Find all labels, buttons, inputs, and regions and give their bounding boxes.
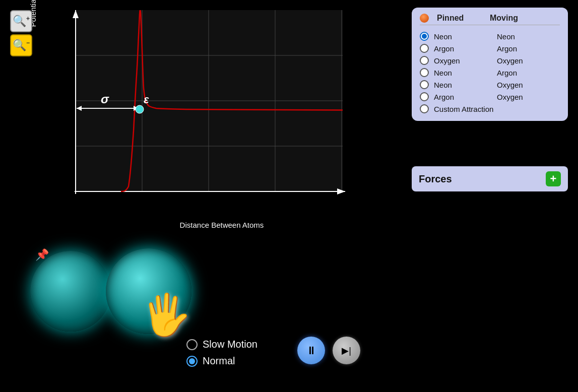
step-icon: ▶| [342,345,351,356]
pause-icon: ⏸ [306,344,317,357]
atom-option-argon-oxygen[interactable]: Argon Oxygen [420,91,560,103]
radio-neon-neon[interactable] [420,32,429,41]
forces-add-icon: + [550,172,557,185]
custom-attraction-label: Custom Attraction [434,105,560,113]
speed-controls: Slow Motion Normal [186,339,258,367]
radio-custom[interactable] [420,104,429,113]
svg-text:σ: σ [101,92,109,106]
panel-header: Pinned Moving [420,14,560,25]
pinned-neon-neon: Neon [434,32,497,41]
pinned-oxygen-oxygen: Oxygen [434,56,497,65]
radio-argon-argon[interactable] [420,44,429,53]
moving-argon-oxygen: Oxygen [497,93,560,101]
svg-point-18 [136,105,144,113]
zoom-in-icon: 🔍+ [13,15,30,28]
slow-motion-option[interactable]: Slow Motion [186,339,258,350]
atom-area: 📌 🖐 [20,241,242,352]
pause-button[interactable]: ⏸ [297,337,325,364]
playback-controls: ⏸ ▶| [297,337,360,364]
forces-add-button[interactable]: + [546,171,561,186]
zoom-out-button[interactable]: 🔍− [10,34,32,56]
potential-energy-chart: σ ε [60,10,348,207]
moving-column-header: Moving [490,14,560,23]
zoom-controls: 🔍+ 🔍− [10,10,32,56]
svg-text:ε: ε [144,93,149,106]
moving-neon-neon: Neon [497,32,560,41]
pinned-atom: 📌 [30,251,111,332]
radio-neon-argon[interactable] [420,68,429,77]
slow-motion-radio[interactable] [186,339,198,350]
radio-argon-oxygen[interactable] [420,92,429,101]
moving-argon-argon: Argon [497,44,560,53]
atom-option-neon-neon[interactable]: Neon Neon [420,30,560,42]
pinned-neon-oxygen: Neon [434,81,497,89]
moving-neon-oxygen: Oxygen [497,81,560,89]
pinned-dot [420,14,429,23]
radio-neon-oxygen[interactable] [420,80,429,89]
zoom-in-button[interactable]: 🔍+ [10,10,32,32]
normal-label: Normal [203,355,235,367]
moving-neon-argon: Argon [497,69,560,77]
normal-radio-inner [189,358,195,364]
chart-svg: σ ε [60,10,348,207]
pinned-column-header: Pinned [437,14,464,23]
chart-container: σ ε Potential Energy Distance Between At… [40,5,353,222]
atom-option-neon-argon[interactable]: Neon Argon [420,67,560,79]
atom-option-argon-argon[interactable]: Argon Argon [420,42,560,54]
radio-oxygen-oxygen[interactable] [420,56,429,65]
normal-option[interactable]: Normal [186,355,258,367]
atom-option-oxygen-oxygen[interactable]: Oxygen Oxygen [420,54,560,67]
slow-motion-label: Slow Motion [203,339,258,350]
atom-option-neon-oxygen[interactable]: Neon Oxygen [420,79,560,91]
forces-header: Forces + [412,166,568,191]
atom-option-custom[interactable]: Custom Attraction [420,103,560,115]
drag-cursor[interactable]: 🖐 [141,291,191,339]
pinned-neon-argon: Neon [434,69,497,77]
x-axis-label: Distance Between Atoms [91,221,353,229]
pinned-argon-oxygen: Argon [434,93,497,101]
radio-inner-neon-neon [422,34,427,39]
pinned-argon-argon: Argon [434,44,497,53]
pin-icon: 📌 [35,248,49,262]
normal-radio[interactable] [186,356,198,367]
zoom-out-icon: 🔍− [13,39,30,52]
forces-title: Forces [419,173,452,185]
atom-pair-panel: Pinned Moving Neon Neon Argon Argon Oxyg… [412,8,568,121]
step-button[interactable]: ▶| [333,337,360,364]
forces-section: Forces + [412,166,568,191]
moving-oxygen-oxygen: Oxygen [497,56,560,65]
